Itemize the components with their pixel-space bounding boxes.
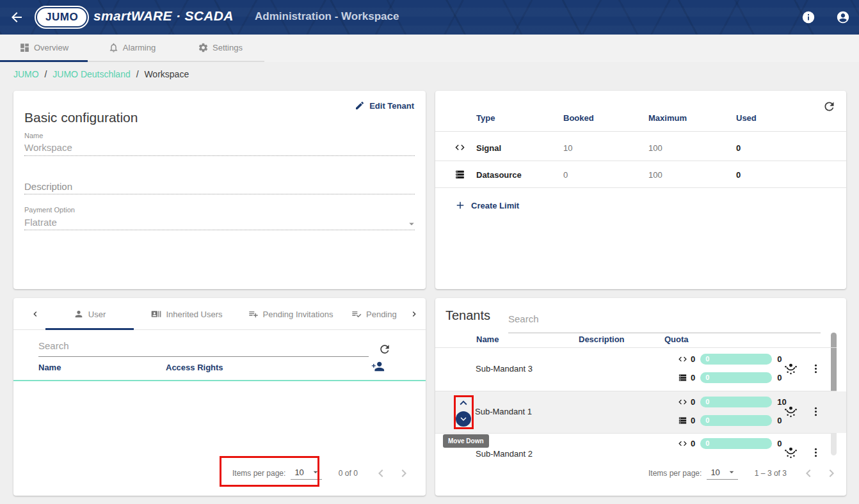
tenants-title: Tenants <box>446 308 490 323</box>
tenants-search-underline <box>508 333 821 333</box>
add-user-icon[interactable] <box>371 359 385 374</box>
manage-users-icon[interactable] <box>783 404 798 419</box>
more-vert-icon[interactable] <box>810 363 822 375</box>
info-icon[interactable] <box>801 10 815 24</box>
tenants-card: Tenants Name Description Quota Sub-Manda… <box>435 298 846 496</box>
items-per-page-select[interactable]: 10 <box>707 467 737 480</box>
tab-pending-invitations-label: Pending Invitations <box>263 310 333 319</box>
more-vert-icon[interactable] <box>810 406 822 418</box>
inherited-users-icon <box>151 309 161 319</box>
page-next-icon[interactable] <box>824 466 839 481</box>
tab-pending-invitations[interactable]: Pending Invitations <box>239 298 342 330</box>
items-per-page-label: Items per page: <box>648 469 702 478</box>
person-icon <box>74 309 84 319</box>
breadcrumb-jumo-deutschland[interactable]: JUMO Deutschland <box>52 69 130 79</box>
search-underline <box>38 356 369 357</box>
move-up-icon[interactable] <box>456 396 470 410</box>
items-per-page-label: Items per page: <box>232 469 285 478</box>
limits-col-type: Type <box>476 113 495 123</box>
manage-users-icon[interactable] <box>783 445 798 459</box>
code-icon <box>678 439 687 448</box>
quota-bar: 0 <box>700 354 772 365</box>
payment-field-underline <box>24 230 415 230</box>
divider <box>435 161 846 161</box>
more-vert-icon[interactable] <box>810 446 822 459</box>
back-icon[interactable] <box>9 10 24 25</box>
limit-booked: 0 <box>563 170 568 180</box>
tab-settings[interactable]: Settings <box>176 35 264 61</box>
tenant-name: Sub-Mandant 3 <box>476 364 533 374</box>
tenants-paginator: Items per page: 10 1 – 3 of 3 <box>648 466 839 481</box>
datasource-icon <box>678 373 687 382</box>
tenant-name: Sub-Mandant 2 <box>476 449 533 459</box>
breadcrumb-separator: / <box>136 69 139 79</box>
manage-users-icon[interactable] <box>783 361 798 376</box>
limit-type: Datasource <box>476 170 522 180</box>
plus-icon <box>454 200 466 211</box>
edit-tenant-label: Edit Tenant <box>369 101 414 111</box>
tenants-col-description: Description <box>579 335 625 344</box>
breadcrumb: JUMO / JUMO Deutschland / Workspace <box>13 69 189 79</box>
quota-signal-line: 0 0 10 <box>678 397 787 407</box>
tabs-scroll-left-icon[interactable] <box>30 309 40 319</box>
pencil-icon <box>355 100 365 111</box>
bell-icon <box>108 42 119 53</box>
users-card: User Inherited Users Pending Invitations… <box>13 298 426 496</box>
breadcrumb-current: Workspace <box>144 69 189 79</box>
code-icon <box>678 397 687 407</box>
payment-option-value[interactable]: Flatrate <box>24 217 57 228</box>
tab-pending[interactable]: Pending <box>351 298 409 330</box>
description-field-label[interactable]: Description <box>24 181 72 192</box>
tenant-row-hovered: Sub-Mandant 1 0 0 10 0 0 0 <box>435 391 846 433</box>
quota-datasource-line: 0 0 0 <box>678 372 782 383</box>
tenants-search-input[interactable] <box>508 313 790 324</box>
refresh-icon[interactable] <box>823 100 836 113</box>
limit-used: 0 <box>736 143 741 153</box>
tab-overview-label: Overview <box>34 43 68 52</box>
tab-user-label: User <box>88 310 106 319</box>
tab-user[interactable]: User <box>45 298 134 330</box>
users-refresh-icon[interactable] <box>378 343 391 356</box>
payment-dropdown-caret-icon[interactable] <box>406 218 417 230</box>
limit-booked: 10 <box>563 143 572 153</box>
datasource-icon <box>678 416 687 425</box>
limits-card: Type Booked Maximum Used Signal 10 100 0… <box>435 91 846 289</box>
payment-option-label: Payment Option <box>24 206 75 214</box>
page-prev-icon[interactable] <box>373 466 389 481</box>
tab-alarming-label: Alarming <box>123 43 156 52</box>
tab-settings-label: Settings <box>213 43 243 52</box>
page-prev-icon[interactable] <box>801 466 816 481</box>
move-down-button[interactable] <box>456 411 471 427</box>
chevron-down-icon <box>458 413 469 425</box>
signal-code-icon <box>454 142 465 153</box>
tabs-scroll-right-icon[interactable] <box>409 309 419 319</box>
select-caret-icon <box>727 467 737 477</box>
breadcrumb-jumo[interactable]: JUMO <box>13 69 39 79</box>
limit-used: 0 <box>736 170 741 180</box>
name-field-underline <box>24 155 415 156</box>
users-search-input[interactable] <box>38 340 346 351</box>
page-next-icon[interactable] <box>396 466 412 481</box>
quota-signal-line: 0 0 0 <box>678 354 782 365</box>
items-per-page-select[interactable]: 10 <box>291 467 321 480</box>
tab-pending-label: Pending <box>366 310 397 319</box>
quota-bar: 0 <box>700 438 772 449</box>
jumo-logo: JUMO <box>36 7 88 28</box>
product-name: smartWARE · SCADA <box>93 8 234 24</box>
limits-col-maximum: Maximum <box>648 113 687 123</box>
users-col-name: Name <box>38 363 61 372</box>
tenants-col-name: Name <box>476 335 499 344</box>
edit-tenant-button[interactable]: Edit Tenant <box>355 100 414 111</box>
name-field-value[interactable]: Workspace <box>24 142 72 153</box>
tab-alarming[interactable]: Alarming <box>88 35 176 61</box>
create-limit-button[interactable]: Create Limit <box>454 200 519 211</box>
select-caret-icon <box>310 467 321 477</box>
account-icon[interactable] <box>836 10 850 24</box>
playlist-add-icon <box>248 309 259 319</box>
dashboard-icon <box>19 42 30 53</box>
divider <box>435 347 837 348</box>
users-tab-row: User Inherited Users Pending Invitations… <box>13 298 426 330</box>
tab-overview[interactable]: Overview <box>0 35 88 61</box>
limits-col-booked: Booked <box>563 113 594 123</box>
tab-inherited-users[interactable]: Inherited Users <box>139 298 235 330</box>
